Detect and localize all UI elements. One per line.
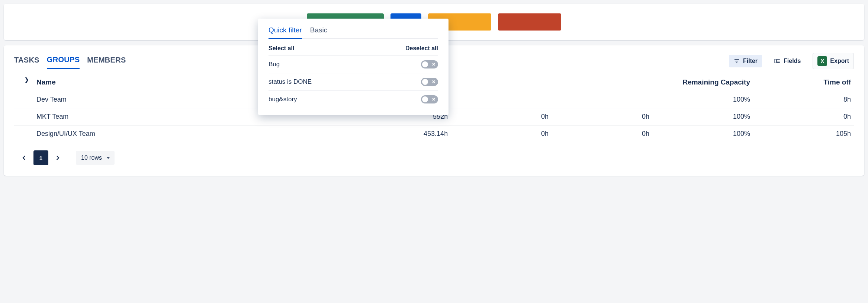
cell-c3: 0h <box>552 125 652 143</box>
popover-tab-basic[interactable]: Basic <box>310 24 327 38</box>
filter-item: status is DONE ✕ <box>269 73 438 90</box>
col-timeoff[interactable]: Time off <box>753 74 854 91</box>
filter-item-label: Bug <box>269 61 280 68</box>
fields-icon <box>774 58 781 64</box>
filter-icon <box>733 58 740 64</box>
export-button-label: Export <box>830 58 849 64</box>
table-row[interactable]: Design/UI/UX Team 453.14h 0h 0h 100% 105… <box>14 125 854 143</box>
expand-all-icon[interactable]: ❯ <box>25 77 29 83</box>
cell-c3: 0h <box>552 108 652 125</box>
cell-capacity: 453.14h <box>350 125 451 143</box>
cell-timeoff: 0h <box>753 108 854 125</box>
cell-remaining: 100% <box>652 91 753 108</box>
svg-rect-3 <box>775 59 777 63</box>
summary-card: Capacity: 1732.98h Sch Quick filter Basi… <box>4 4 864 40</box>
popover-tab-quick[interactable]: Quick filter <box>269 24 302 39</box>
filter-toggle[interactable]: ✕ <box>421 60 438 68</box>
fields-button-label: Fields <box>784 58 801 64</box>
filter-popover: Quick filter Basic Select all Deselect a… <box>258 19 449 115</box>
tab-tasks[interactable]: TASKS <box>14 54 39 68</box>
cell-c2: 0h <box>451 108 552 125</box>
cell-remaining: 100% <box>652 125 753 143</box>
page-next[interactable] <box>52 152 63 163</box>
rows-per-page-select[interactable]: 10 rows <box>76 151 115 165</box>
col-hidden-3[interactable] <box>552 74 652 91</box>
filter-item-label: bug&story <box>269 96 297 103</box>
popover-tabs: Quick filter Basic <box>269 24 438 39</box>
page-prev[interactable] <box>19 152 30 163</box>
cell-c2 <box>451 91 552 108</box>
close-icon: ✕ <box>432 97 435 102</box>
filter-toggle[interactable]: ✕ <box>421 78 438 86</box>
cell-remaining: 100% <box>652 108 753 125</box>
filter-button[interactable]: Filter <box>729 55 762 67</box>
deselect-all-link[interactable]: Deselect all <box>405 45 438 52</box>
export-button[interactable]: X Export <box>813 53 854 69</box>
page-number[interactable]: 1 <box>33 150 48 165</box>
filter-item-label: status is DONE <box>269 78 312 86</box>
pagination: 1 10 rows <box>14 150 854 165</box>
filter-button-label: Filter <box>743 58 758 64</box>
close-icon: ✕ <box>432 79 435 84</box>
cell-c2: 0h <box>451 125 552 143</box>
fields-button[interactable]: Fields <box>769 55 805 67</box>
col-name-label: Name <box>36 78 56 86</box>
excel-icon: X <box>817 56 827 66</box>
select-all-link[interactable]: Select all <box>269 45 294 52</box>
filter-toggle[interactable]: ✕ <box>421 95 438 103</box>
cell-timeoff: 8h <box>753 91 854 108</box>
chevron-right-icon <box>54 154 61 161</box>
tab-members[interactable]: MEMBERS <box>87 54 126 68</box>
cell-timeoff: 105h <box>753 125 854 143</box>
cell-name: Design/UI/UX Team <box>14 125 350 143</box>
col-hidden-2[interactable] <box>451 74 552 91</box>
close-icon: ✕ <box>432 62 435 67</box>
filter-item: Bug ✕ <box>269 55 438 73</box>
red-pill[interactable] <box>498 13 561 31</box>
cell-c3 <box>552 91 652 108</box>
tab-groups[interactable]: GROUPS <box>47 53 80 69</box>
chevron-left-icon <box>21 154 28 161</box>
col-remaining[interactable]: Remaining Capacity <box>652 74 753 91</box>
filter-item: bug&story ✕ <box>269 90 438 108</box>
